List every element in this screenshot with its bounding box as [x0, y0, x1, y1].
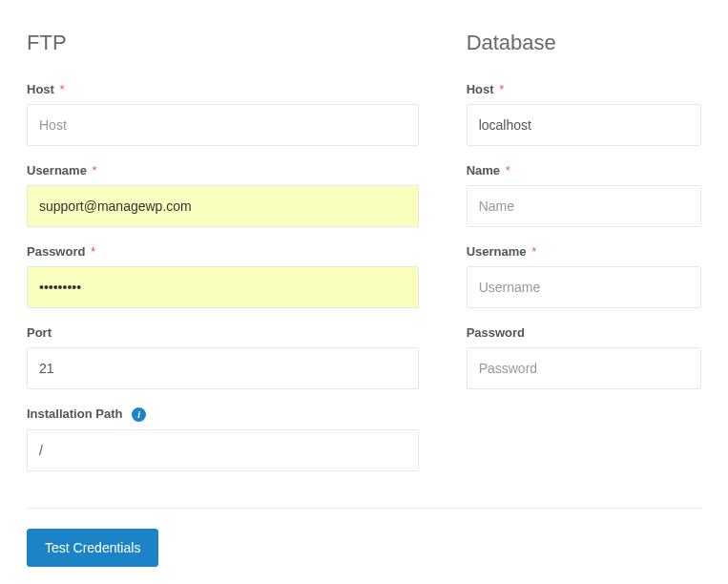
test-credentials-button[interactable]: Test Credentials — [27, 529, 158, 567]
required-marker: * — [60, 82, 65, 96]
required-marker: * — [93, 163, 97, 177]
db-name-label-text: Name — [467, 163, 500, 177]
required-marker: * — [506, 163, 510, 177]
required-marker: * — [91, 244, 95, 259]
ftp-install-path-group: Installation Path i — [27, 407, 419, 471]
ftp-host-group: Host * — [27, 82, 419, 146]
divider — [27, 508, 701, 509]
db-password-group: Password — [467, 325, 701, 389]
database-title: Database — [467, 31, 701, 55]
ftp-host-input[interactable] — [27, 104, 419, 146]
db-name-label: Name * — [467, 163, 701, 177]
db-username-label-text: Username — [467, 244, 527, 259]
ftp-port-input[interactable] — [27, 347, 419, 389]
db-host-label: Host * — [467, 82, 701, 96]
ftp-install-path-label: Installation Path i — [27, 407, 419, 422]
ftp-title: FTP — [27, 31, 419, 55]
ftp-host-label: Host * — [27, 82, 419, 96]
ftp-install-path-input[interactable] — [27, 429, 419, 471]
db-password-label-text: Password — [467, 325, 525, 340]
ftp-password-group: Password * — [27, 244, 419, 308]
db-username-label: Username * — [467, 244, 701, 259]
ftp-port-label-text: Port — [27, 325, 52, 340]
ftp-port-group: Port — [27, 325, 419, 389]
required-marker: * — [499, 82, 504, 96]
ftp-host-label-text: Host — [27, 82, 54, 96]
ftp-password-label-text: Password — [27, 244, 85, 259]
ftp-section: FTP Host * Username * Password * Po — [27, 31, 419, 489]
ftp-username-label: Username * — [27, 163, 419, 177]
ftp-username-input[interactable] — [27, 185, 419, 227]
db-host-label-text: Host — [467, 82, 494, 96]
ftp-username-group: Username * — [27, 163, 419, 227]
required-marker: * — [531, 244, 536, 259]
database-section: Database Host * Name * Username * P — [467, 31, 701, 489]
db-name-group: Name * — [467, 163, 701, 227]
ftp-password-label: Password * — [27, 244, 419, 259]
ftp-port-label: Port — [27, 325, 419, 340]
db-name-input[interactable] — [467, 185, 701, 227]
ftp-password-input[interactable] — [27, 266, 419, 308]
db-password-input[interactable] — [467, 347, 701, 389]
db-host-group: Host * — [467, 82, 701, 146]
ftp-install-path-label-text: Installation Path — [27, 407, 122, 421]
db-username-input[interactable] — [467, 266, 701, 308]
info-icon[interactable]: i — [132, 407, 146, 422]
db-password-label: Password — [467, 325, 701, 340]
db-username-group: Username * — [467, 244, 701, 308]
ftp-username-label-text: Username — [27, 163, 87, 177]
db-host-input[interactable] — [467, 104, 701, 146]
